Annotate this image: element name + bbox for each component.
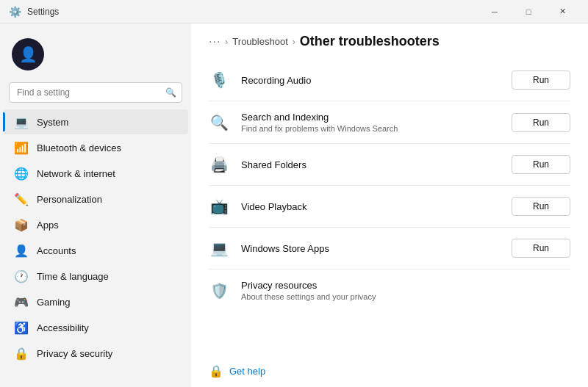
video-playback-action: Run bbox=[512, 197, 570, 216]
video-playback-info: Video Playback bbox=[241, 201, 500, 212]
recording-audio-name: Recording Audio bbox=[241, 75, 500, 86]
sidebar: 👤 🔍 💻 System 📶 Bluetooth & devices 🌐 Net… bbox=[0, 23, 191, 387]
run-button-recording-audio[interactable]: Run bbox=[512, 70, 570, 90]
search-indexing-desc: Find and fix problems with Windows Searc… bbox=[241, 124, 500, 133]
apps-icon: 📦 bbox=[15, 218, 28, 231]
time-icon: 🕐 bbox=[15, 270, 28, 283]
table-row: 💻 Windows Store Apps Run bbox=[209, 228, 570, 270]
privacy-icon: 🔒 bbox=[15, 347, 28, 360]
windows-store-icon: 💻 bbox=[209, 238, 229, 258]
main-content: ··· › Troubleshoot › Other troubleshoote… bbox=[191, 23, 588, 387]
avatar-icon: 👤 bbox=[19, 46, 37, 63]
get-help-label: Get help bbox=[229, 366, 265, 377]
table-row: 🔍 Search and Indexing Find and fix probl… bbox=[209, 101, 570, 144]
video-playback-name: Video Playback bbox=[241, 201, 500, 212]
run-button-windows-store[interactable]: Run bbox=[512, 239, 570, 258]
sidebar-item-network[interactable]: 🌐 Network & internet bbox=[3, 161, 188, 186]
user-avatar-section: 👤 bbox=[0, 29, 191, 79]
troubleshooter-list: 🎙️ Recording Audio Run 🔍 Search and Inde… bbox=[191, 57, 588, 355]
system-icon: 💻 bbox=[15, 115, 28, 129]
search-input[interactable] bbox=[9, 82, 182, 103]
get-help-link[interactable]: 🔒 Get help bbox=[191, 355, 588, 387]
sidebar-item-gaming[interactable]: 🎮 Gaming bbox=[3, 289, 188, 314]
sidebar-label-system: System bbox=[37, 117, 179, 128]
search-indexing-name: Search and Indexing bbox=[241, 112, 500, 123]
accounts-icon: 👤 bbox=[15, 244, 28, 257]
sidebar-label-bluetooth: Bluetooth & devices bbox=[37, 142, 179, 153]
breadcrumb-dots[interactable]: ··· bbox=[209, 35, 220, 48]
gaming-icon: 🎮 bbox=[15, 295, 28, 308]
settings-icon: ⚙️ bbox=[9, 6, 21, 18]
close-button[interactable]: ✕ bbox=[545, 0, 579, 23]
sidebar-nav: 💻 System 📶 Bluetooth & devices 🌐 Network… bbox=[0, 109, 191, 366]
accessibility-icon: ♿ bbox=[15, 321, 28, 334]
run-button-shared-folders[interactable]: Run bbox=[512, 155, 570, 174]
app-body: 👤 🔍 💻 System 📶 Bluetooth & devices 🌐 Net… bbox=[0, 23, 588, 387]
minimize-button[interactable]: ─ bbox=[478, 0, 512, 23]
sidebar-item-accounts[interactable]: 👤 Accounts bbox=[3, 238, 188, 263]
search-indexing-icon: 🔍 bbox=[209, 112, 229, 133]
sidebar-label-accounts: Accounts bbox=[37, 245, 179, 256]
sidebar-label-apps: Apps bbox=[37, 220, 179, 231]
video-playback-icon: 📺 bbox=[209, 196, 229, 217]
sidebar-label-personalization: Personalization bbox=[37, 194, 179, 205]
maximize-button[interactable]: □ bbox=[512, 0, 545, 23]
windows-store-info: Windows Store Apps bbox=[241, 243, 500, 254]
breadcrumb-sep2: › bbox=[293, 37, 295, 47]
sidebar-item-system[interactable]: 💻 System bbox=[3, 109, 188, 134]
search-icon: 🔍 bbox=[165, 87, 176, 98]
privacy-resources-desc: About these settings and your privacy bbox=[241, 292, 559, 301]
table-row: 🎙️ Recording Audio Run bbox=[209, 59, 570, 101]
run-button-video-playback[interactable]: Run bbox=[512, 197, 570, 216]
shared-folders-icon: 🖨️ bbox=[209, 154, 229, 175]
sidebar-label-time: Time & language bbox=[37, 271, 179, 282]
avatar: 👤 bbox=[12, 38, 44, 70]
table-row: 🖨️ Shared Folders Run bbox=[209, 144, 570, 186]
privacy-resources-name: Privacy resources bbox=[241, 280, 559, 291]
personalization-icon: ✏️ bbox=[15, 192, 28, 206]
shared-folders-info: Shared Folders bbox=[241, 159, 500, 170]
search-indexing-action: Run bbox=[512, 113, 570, 132]
get-help-icon: 🔒 bbox=[209, 364, 223, 378]
privacy-resources-icon: 🛡️ bbox=[209, 281, 229, 301]
search-indexing-info: Search and Indexing Find and fix problem… bbox=[241, 112, 500, 133]
table-row: 🛡️ Privacy resources About these setting… bbox=[209, 270, 570, 311]
windows-store-action: Run bbox=[512, 239, 570, 258]
shared-folders-name: Shared Folders bbox=[241, 159, 500, 170]
shared-folders-action: Run bbox=[512, 155, 570, 174]
recording-audio-icon: 🎙️ bbox=[209, 70, 229, 90]
titlebar: ⚙️ Settings ─ □ ✕ bbox=[0, 0, 588, 23]
run-button-search-indexing[interactable]: Run bbox=[512, 113, 570, 132]
sidebar-item-personalization[interactable]: ✏️ Personalization bbox=[3, 187, 188, 211]
breadcrumb-troubleshoot-link[interactable]: Troubleshoot bbox=[232, 36, 287, 47]
search-box: 🔍 bbox=[9, 82, 182, 103]
sidebar-label-privacy: Privacy & security bbox=[37, 348, 179, 359]
bluetooth-icon: 📶 bbox=[15, 141, 28, 154]
table-row: 📺 Video Playback Run bbox=[209, 186, 570, 228]
sidebar-item-privacy[interactable]: 🔒 Privacy & security bbox=[3, 341, 188, 366]
sidebar-item-apps[interactable]: 📦 Apps bbox=[3, 212, 188, 237]
privacy-resources-info: Privacy resources About these settings a… bbox=[241, 280, 559, 301]
recording-audio-action: Run bbox=[512, 70, 570, 90]
titlebar-title: Settings bbox=[27, 7, 472, 17]
network-icon: 🌐 bbox=[15, 167, 28, 180]
sidebar-item-accessibility[interactable]: ♿ Accessibility bbox=[3, 315, 188, 340]
sidebar-item-time[interactable]: 🕐 Time & language bbox=[3, 264, 188, 289]
window-controls: ─ □ ✕ bbox=[478, 0, 579, 23]
recording-audio-info: Recording Audio bbox=[241, 75, 500, 86]
breadcrumb-sep1: › bbox=[225, 37, 228, 47]
windows-store-name: Windows Store Apps bbox=[241, 243, 500, 254]
breadcrumb: ··· › Troubleshoot › Other troubleshoote… bbox=[191, 23, 588, 57]
sidebar-label-accessibility: Accessibility bbox=[37, 322, 179, 333]
sidebar-item-bluetooth[interactable]: 📶 Bluetooth & devices bbox=[3, 135, 188, 160]
breadcrumb-current: Other troubleshooters bbox=[300, 34, 440, 49]
sidebar-label-gaming: Gaming bbox=[37, 297, 179, 308]
sidebar-label-network: Network & internet bbox=[37, 168, 179, 179]
